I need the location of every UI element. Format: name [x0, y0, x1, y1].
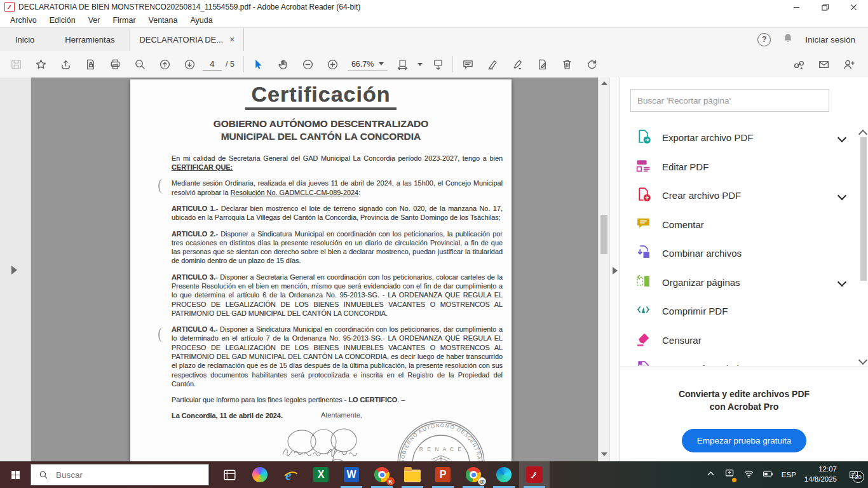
tools-search-input[interactable] [630, 89, 829, 112]
document-scrollbar[interactable] [598, 78, 609, 461]
acrobat-pro-promo: Convierta y edite archivos PDF con Acrob… [620, 367, 868, 461]
scroll-up-icon[interactable] [601, 81, 606, 86]
tab-tools[interactable]: Herramientas [50, 28, 130, 51]
document-paragraph: Particular que informo para los fines le… [172, 395, 503, 404]
print-icon[interactable] [105, 55, 125, 74]
tool-export-pdf[interactable]: Exportar archivo PDF [620, 123, 859, 152]
prepare-form-icon [635, 360, 651, 366]
taskbar-acrobat-icon[interactable] [519, 461, 550, 488]
panel-scrollbar-thumb[interactable] [860, 137, 867, 281]
share-cloud-icon[interactable] [56, 55, 75, 74]
menu-ventana[interactable]: Ventana [142, 14, 184, 27]
hand-icon[interactable] [274, 55, 293, 74]
window-title: DECLARATORIA DE BIEN MONSTRENCO20250814_… [18, 3, 360, 11]
scrolling-icon[interactable] [428, 55, 447, 74]
badge: K [386, 477, 395, 485]
tab-document[interactable]: DECLARATORIA DE... × [130, 28, 244, 51]
chevron-down-icon[interactable] [837, 278, 846, 287]
find-icon[interactable] [130, 55, 149, 74]
clock[interactable]: 12:07 14/8/2025 [804, 464, 837, 484]
combine-icon [635, 244, 651, 262]
menu-archivo[interactable]: Archivo [4, 14, 43, 27]
taskbar-edge-icon[interactable] [489, 461, 519, 488]
tool-create-pdf[interactable]: Crear archivo PDF [620, 181, 859, 210]
tool-label: Comprimir PDF [662, 306, 728, 316]
battery-icon[interactable] [763, 468, 773, 482]
email-icon[interactable] [814, 55, 833, 74]
highlight-icon[interactable] [483, 55, 502, 74]
main-area: Certificación GOBIERNO AUTÓNOMO DESCENTR… [0, 78, 868, 461]
taskbar-chrome-icon[interactable]: K [367, 461, 397, 488]
collapse-panel-icon[interactable] [613, 267, 618, 274]
tool-censor[interactable]: Censurar [620, 326, 859, 355]
tab-close-icon[interactable]: × [229, 35, 234, 44]
tool-comment[interactable]: Comentar [620, 210, 859, 240]
scroll-down-icon[interactable] [601, 452, 606, 458]
close-button[interactable] [839, 0, 868, 14]
expand-left-panel-icon[interactable] [11, 266, 17, 274]
panel-scroll-down-icon[interactable] [860, 355, 866, 366]
page-up-icon[interactable] [155, 55, 174, 74]
share-link-icon[interactable] [789, 55, 808, 74]
favorites-icon[interactable] [31, 55, 50, 74]
tool-edit-pdf[interactable]: Editar PDF [620, 152, 859, 182]
handwritten-signature [278, 421, 373, 461]
sign-in-link[interactable]: Iniciar sesión [805, 35, 855, 44]
chevron-down-icon[interactable] [837, 191, 846, 200]
menu-ver[interactable]: Ver [82, 14, 107, 27]
organize-icon [635, 273, 651, 292]
fill-sign-icon[interactable] [508, 55, 527, 74]
restore-button[interactable] [811, 0, 839, 14]
taskbar-powerpoint-icon[interactable]: P [428, 461, 458, 488]
menu-edicion[interactable]: Edición [43, 14, 82, 27]
language-indicator[interactable]: ESP [782, 471, 796, 478]
taskbar-copilot-icon[interactable] [245, 461, 275, 488]
compress-icon [635, 302, 651, 320]
taskbar-task-view-icon[interactable] [214, 461, 245, 488]
protect-icon[interactable] [81, 55, 100, 74]
taskbar-word-icon[interactable]: W [336, 461, 367, 488]
action-center-icon[interactable]: 20 [845, 466, 862, 483]
menu-firmar[interactable]: Firmar [106, 14, 142, 27]
taskbar-excel-icon[interactable]: X [306, 461, 336, 488]
delete-pages-icon[interactable] [557, 55, 576, 74]
tool-prepare-form[interactable]: Preparar formulario [620, 355, 859, 366]
taskbar-file-explorer-icon[interactable] [397, 461, 428, 488]
help-icon[interactable]: ? [757, 33, 771, 46]
left-panel-strip [0, 78, 31, 461]
zoom-level-dropdown[interactable]: 66.7% [348, 58, 388, 71]
profile-icon[interactable] [839, 55, 858, 74]
start-free-trial-button[interactable]: Empezar prueba gratuita [682, 429, 807, 452]
edit-page-icon[interactable] [532, 55, 552, 74]
taskbar-internet-explorer-icon[interactable]: e [275, 461, 306, 488]
tools-panel-toggle[interactable] [609, 78, 620, 461]
scrollbar-thumb[interactable] [600, 215, 607, 254]
restore-icon[interactable] [582, 55, 601, 74]
notifications-bell-icon[interactable] [782, 32, 794, 46]
page-number-input[interactable]: 4 [203, 58, 222, 71]
zoom-value: 66.7% [351, 60, 374, 69]
chevron-down-icon[interactable] [837, 133, 846, 142]
taskbar-chrome-profile-icon[interactable]: @ [458, 461, 489, 488]
chevron-down-icon [379, 62, 384, 65]
tool-compress[interactable]: Comprimir PDF [620, 297, 859, 326]
zoom-in-icon[interactable] [323, 55, 342, 74]
taskbar-search-input[interactable] [55, 470, 184, 480]
wifi-icon[interactable] [743, 468, 754, 482]
save-icon[interactable] [6, 55, 25, 74]
page-down-icon[interactable] [180, 55, 199, 74]
tool-organize[interactable]: Organizar páginas [620, 268, 859, 297]
select-icon[interactable] [249, 55, 268, 74]
tool-label: Editar PDF [662, 161, 709, 172]
comment-icon[interactable] [458, 55, 477, 74]
start-button[interactable] [0, 461, 31, 488]
tool-combine[interactable]: Combinar archivos [620, 239, 859, 268]
taskbar-search-box[interactable] [31, 464, 209, 485]
menu-ayuda[interactable]: Ayuda [184, 14, 219, 27]
tray-chevron-up-icon[interactable] [705, 468, 716, 482]
tab-home[interactable]: Inicio [0, 28, 50, 51]
minimize-button[interactable] [782, 0, 811, 14]
system-update-icon[interactable] [724, 468, 735, 482]
zoom-out-icon[interactable] [299, 55, 318, 74]
page-fit-icon[interactable] [393, 55, 412, 74]
